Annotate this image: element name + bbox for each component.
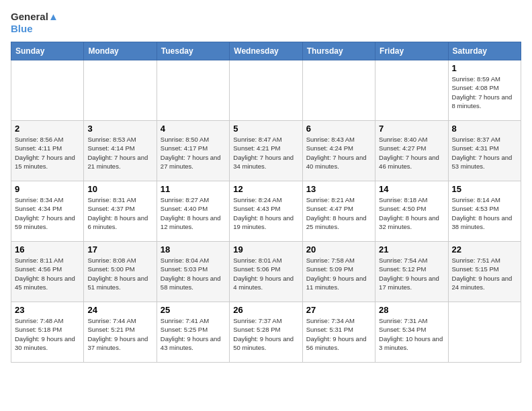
calendar-cell xyxy=(157,60,229,121)
day-number: 21 xyxy=(379,244,444,255)
calendar-cell: 13Sunrise: 8:21 AM Sunset: 4:47 PM Dayli… xyxy=(302,181,375,242)
day-info: Sunrise: 7:58 AM Sunset: 5:09 PM Dayligh… xyxy=(306,256,371,291)
day-number: 19 xyxy=(233,244,298,255)
calendar-cell: 16Sunrise: 8:11 AM Sunset: 4:56 PM Dayli… xyxy=(11,242,84,302)
calendar-cell xyxy=(230,60,302,121)
day-info: Sunrise: 7:41 AM Sunset: 5:25 PM Dayligh… xyxy=(161,316,226,352)
day-info: Sunrise: 8:31 AM Sunset: 4:37 PM Dayligh… xyxy=(87,195,152,231)
weekday-header-saturday: Saturday xyxy=(448,42,521,60)
day-info: Sunrise: 7:48 AM Sunset: 5:18 PM Dayligh… xyxy=(15,316,80,352)
day-number: 11 xyxy=(161,184,226,194)
weekday-header-friday: Friday xyxy=(375,42,448,60)
day-info: Sunrise: 8:21 AM Sunset: 4:47 PM Dayligh… xyxy=(306,195,371,231)
day-number: 27 xyxy=(306,305,371,315)
weekday-header-thursday: Thursday xyxy=(302,42,375,60)
day-info: Sunrise: 8:18 AM Sunset: 4:50 PM Dayligh… xyxy=(379,195,444,231)
day-info: Sunrise: 7:54 AM Sunset: 5:12 PM Dayligh… xyxy=(379,256,444,291)
day-info: Sunrise: 8:14 AM Sunset: 4:53 PM Dayligh… xyxy=(452,195,517,231)
week-row-4: 16Sunrise: 8:11 AM Sunset: 4:56 PM Dayli… xyxy=(11,242,521,302)
header: General▲ Blue xyxy=(11,11,521,35)
calendar-cell: 5Sunrise: 8:47 AM Sunset: 4:21 PM Daylig… xyxy=(230,121,302,181)
day-number: 9 xyxy=(15,184,80,194)
calendar-table: SundayMondayTuesdayWednesdayThursdayFrid… xyxy=(11,42,521,363)
calendar-cell xyxy=(375,60,448,121)
day-number: 20 xyxy=(306,244,371,255)
day-number: 8 xyxy=(452,124,517,134)
calendar-cell: 2Sunrise: 8:56 AM Sunset: 4:11 PM Daylig… xyxy=(11,121,84,181)
calendar-cell: 4Sunrise: 8:50 AM Sunset: 4:17 PM Daylig… xyxy=(157,121,229,181)
day-info: Sunrise: 7:34 AM Sunset: 5:31 PM Dayligh… xyxy=(306,316,371,352)
calendar-cell: 26Sunrise: 7:37 AM Sunset: 5:28 PM Dayli… xyxy=(230,302,302,363)
day-number: 13 xyxy=(306,184,371,194)
calendar-cell: 12Sunrise: 8:24 AM Sunset: 4:43 PM Dayli… xyxy=(230,181,302,242)
calendar-cell: 15Sunrise: 8:14 AM Sunset: 4:53 PM Dayli… xyxy=(448,181,521,242)
day-number: 7 xyxy=(379,124,444,134)
day-info: Sunrise: 8:08 AM Sunset: 5:00 PM Dayligh… xyxy=(87,256,152,291)
day-info: Sunrise: 8:11 AM Sunset: 4:56 PM Dayligh… xyxy=(15,256,80,291)
weekday-header-monday: Monday xyxy=(84,42,157,60)
day-info: Sunrise: 8:37 AM Sunset: 4:31 PM Dayligh… xyxy=(452,135,517,171)
calendar-cell: 23Sunrise: 7:48 AM Sunset: 5:18 PM Dayli… xyxy=(11,302,84,363)
calendar-cell xyxy=(302,60,375,121)
day-number: 23 xyxy=(15,305,80,315)
day-number: 25 xyxy=(161,305,226,315)
week-row-5: 23Sunrise: 7:48 AM Sunset: 5:18 PM Dayli… xyxy=(11,302,521,363)
day-number: 28 xyxy=(379,305,444,315)
calendar-cell: 25Sunrise: 7:41 AM Sunset: 5:25 PM Dayli… xyxy=(157,302,229,363)
calendar-cell: 14Sunrise: 8:18 AM Sunset: 4:50 PM Dayli… xyxy=(375,181,448,242)
calendar-cell xyxy=(448,302,521,363)
day-info: Sunrise: 7:37 AM Sunset: 5:28 PM Dayligh… xyxy=(233,316,298,352)
calendar-cell: 3Sunrise: 8:53 AM Sunset: 4:14 PM Daylig… xyxy=(84,121,157,181)
calendar-cell: 1Sunrise: 8:59 AM Sunset: 4:08 PM Daylig… xyxy=(448,60,521,121)
calendar-cell: 21Sunrise: 7:54 AM Sunset: 5:12 PM Dayli… xyxy=(375,242,448,302)
calendar-cell: 17Sunrise: 8:08 AM Sunset: 5:00 PM Dayli… xyxy=(84,242,157,302)
calendar-cell: 11Sunrise: 8:27 AM Sunset: 4:40 PM Dayli… xyxy=(157,181,229,242)
weekday-header-wednesday: Wednesday xyxy=(230,42,302,60)
day-info: Sunrise: 7:44 AM Sunset: 5:21 PM Dayligh… xyxy=(87,316,152,352)
day-number: 22 xyxy=(452,244,517,255)
week-row-3: 9Sunrise: 8:34 AM Sunset: 4:34 PM Daylig… xyxy=(11,181,521,242)
day-number: 14 xyxy=(379,184,444,194)
day-info: Sunrise: 8:27 AM Sunset: 4:40 PM Dayligh… xyxy=(161,195,226,231)
weekday-header-row: SundayMondayTuesdayWednesdayThursdayFrid… xyxy=(11,42,521,60)
calendar-cell: 7Sunrise: 8:40 AM Sunset: 4:27 PM Daylig… xyxy=(375,121,448,181)
day-info: Sunrise: 7:51 AM Sunset: 5:15 PM Dayligh… xyxy=(452,256,517,291)
day-number: 6 xyxy=(306,124,371,134)
week-row-2: 2Sunrise: 8:56 AM Sunset: 4:11 PM Daylig… xyxy=(11,121,521,181)
day-number: 12 xyxy=(233,184,298,194)
calendar-cell: 24Sunrise: 7:44 AM Sunset: 5:21 PM Dayli… xyxy=(84,302,157,363)
day-number: 17 xyxy=(87,244,152,255)
day-number: 10 xyxy=(87,184,152,194)
calendar-cell: 9Sunrise: 8:34 AM Sunset: 4:34 PM Daylig… xyxy=(11,181,84,242)
calendar-cell: 27Sunrise: 7:34 AM Sunset: 5:31 PM Dayli… xyxy=(302,302,375,363)
day-info: Sunrise: 8:43 AM Sunset: 4:24 PM Dayligh… xyxy=(306,135,371,171)
day-info: Sunrise: 8:04 AM Sunset: 5:03 PM Dayligh… xyxy=(161,256,226,291)
calendar-cell: 22Sunrise: 7:51 AM Sunset: 5:15 PM Dayli… xyxy=(448,242,521,302)
weekday-header-sunday: Sunday xyxy=(11,42,84,60)
day-number: 4 xyxy=(161,124,226,134)
day-number: 2 xyxy=(15,124,80,134)
logo: General▲ Blue xyxy=(11,11,58,35)
day-number: 3 xyxy=(87,124,152,134)
day-number: 5 xyxy=(233,124,298,134)
calendar-cell: 8Sunrise: 8:37 AM Sunset: 4:31 PM Daylig… xyxy=(448,121,521,181)
calendar-cell: 19Sunrise: 8:01 AM Sunset: 5:06 PM Dayli… xyxy=(230,242,302,302)
day-number: 15 xyxy=(452,184,517,194)
calendar-cell xyxy=(84,60,157,121)
day-number: 24 xyxy=(87,305,152,315)
calendar-cell: 6Sunrise: 8:43 AM Sunset: 4:24 PM Daylig… xyxy=(302,121,375,181)
calendar-cell: 10Sunrise: 8:31 AM Sunset: 4:37 PM Dayli… xyxy=(84,181,157,242)
day-info: Sunrise: 8:56 AM Sunset: 4:11 PM Dayligh… xyxy=(15,135,80,171)
day-info: Sunrise: 8:47 AM Sunset: 4:21 PM Dayligh… xyxy=(233,135,298,171)
day-number: 1 xyxy=(452,63,517,73)
calendar-cell xyxy=(11,60,84,121)
day-info: Sunrise: 8:53 AM Sunset: 4:14 PM Dayligh… xyxy=(87,135,152,171)
day-info: Sunrise: 7:31 AM Sunset: 5:34 PM Dayligh… xyxy=(379,316,444,352)
calendar-cell: 20Sunrise: 7:58 AM Sunset: 5:09 PM Dayli… xyxy=(302,242,375,302)
day-info: Sunrise: 8:24 AM Sunset: 4:43 PM Dayligh… xyxy=(233,195,298,231)
day-info: Sunrise: 8:34 AM Sunset: 4:34 PM Dayligh… xyxy=(15,195,80,231)
day-number: 18 xyxy=(161,244,226,255)
day-info: Sunrise: 8:59 AM Sunset: 4:08 PM Dayligh… xyxy=(452,75,517,110)
weekday-header-tuesday: Tuesday xyxy=(157,42,229,60)
day-info: Sunrise: 8:01 AM Sunset: 5:06 PM Dayligh… xyxy=(233,256,298,291)
